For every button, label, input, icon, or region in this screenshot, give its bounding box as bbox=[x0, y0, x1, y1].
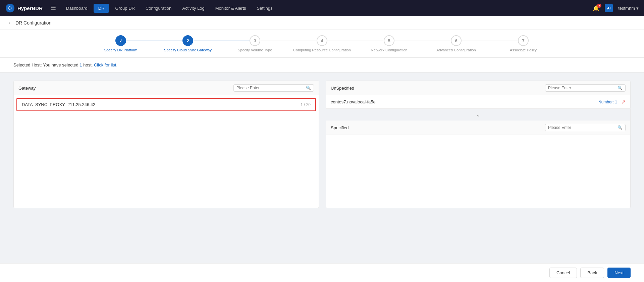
step-3-circle: 3 bbox=[250, 35, 260, 46]
step-6: 6 Advanced Configuration bbox=[423, 35, 490, 52]
step-2-label: Specify Cloud Sync Gateway bbox=[164, 48, 212, 52]
unspecified-panel: UnSpecified 🔍 centos7.novalocal-fa5e Num… bbox=[326, 81, 631, 109]
gateway-name: DATA_SYNC_PROXY_211.25.246.42 bbox=[22, 102, 95, 107]
specified-search-input[interactable] bbox=[548, 125, 615, 130]
navbar: HyperBDR ☰ Dashboard DR Group DR Configu… bbox=[0, 0, 644, 16]
step-4-label: Computing Resource Configuration bbox=[293, 48, 351, 52]
nav-settings[interactable]: Settings bbox=[252, 4, 277, 13]
gateway-search-wrap: 🔍 bbox=[233, 84, 314, 92]
gateway-panel: Gateway 🔍 DATA_SYNC_PROXY_211.25.246.42 … bbox=[13, 81, 319, 208]
unspecified-host-row-0[interactable]: centos7.novalocal-fa5e Number: 1 ↗ bbox=[326, 95, 630, 108]
svg-point-1 bbox=[9, 7, 11, 9]
host-name: centos7.novalocal-fa5e bbox=[331, 99, 376, 104]
chevron-down-icon: ⌄ bbox=[476, 111, 480, 118]
step-5-label: Network Configuration bbox=[371, 48, 408, 52]
host-number: Number: 1 bbox=[598, 100, 617, 104]
assign-arrow-icon[interactable]: ↗ bbox=[621, 99, 626, 105]
step-7: 7 Associate Policy bbox=[490, 35, 557, 52]
cancel-button[interactable]: Cancel bbox=[549, 268, 577, 278]
step-1-circle: ✓ bbox=[115, 35, 126, 46]
specified-panel-empty bbox=[326, 135, 630, 175]
step-1-label: Specify DR Platform bbox=[104, 48, 137, 52]
specified-search-icon: 🔍 bbox=[618, 125, 623, 130]
step-3-label: Specify Volume Type bbox=[238, 48, 272, 52]
back-arrow-icon[interactable]: ← bbox=[8, 20, 13, 26]
specified-panel-title: Specified bbox=[331, 125, 348, 130]
step-4-circle: 4 bbox=[317, 35, 327, 46]
step-6-label: Advanced Configuration bbox=[436, 48, 476, 52]
step-4: 4 Computing Resource Configuration bbox=[288, 35, 356, 52]
user-menu[interactable]: testmhm ▾ bbox=[618, 6, 639, 11]
host-count: 1 bbox=[79, 62, 82, 67]
unspecified-panel-title: UnSpecified bbox=[331, 86, 354, 91]
right-panel: UnSpecified 🔍 centos7.novalocal-fa5e Num… bbox=[326, 81, 631, 208]
nav-activity-log[interactable]: Activity Log bbox=[177, 4, 209, 13]
host-label: Selected Host: bbox=[13, 62, 42, 67]
step-5-circle: 5 bbox=[384, 35, 394, 46]
gateway-panel-title: Gateway bbox=[18, 86, 36, 91]
bell-badge: 7 bbox=[597, 4, 601, 8]
gateway-panel-header: Gateway 🔍 bbox=[14, 81, 319, 95]
breadcrumb: ← DR Configuration bbox=[0, 16, 644, 30]
nav-dashboard[interactable]: Dashboard bbox=[61, 4, 92, 13]
username: testmhm bbox=[618, 6, 635, 11]
step-2: 2 Specify Cloud Sync Gateway bbox=[154, 35, 221, 52]
step-5: 5 Network Configuration bbox=[356, 35, 423, 52]
page-container: ← DR Configuration ✓ Specify DR Platform… bbox=[0, 16, 644, 282]
page-title: DR Configuration bbox=[15, 20, 51, 26]
gateway-row-0[interactable]: DATA_SYNC_PROXY_211.25.246.42 1 / 20 bbox=[16, 98, 316, 111]
stepper-bar: ✓ Specify DR Platform 2 Specify Cloud Sy… bbox=[0, 30, 644, 58]
panel-divider: ⌄ bbox=[326, 109, 631, 121]
avatar: AI bbox=[605, 4, 613, 12]
specified-search-wrap: 🔍 bbox=[545, 124, 626, 131]
brand-name: HyperBDR bbox=[17, 5, 43, 11]
nav-monitor-alerts[interactable]: Monitor & Alerts bbox=[211, 4, 251, 13]
step-2-circle: 2 bbox=[182, 35, 193, 46]
selected-host-bar: Selected Host: You have selected 1 host,… bbox=[0, 58, 644, 73]
gateway-search-icon: 🔍 bbox=[306, 86, 311, 90]
click-for-list-link[interactable]: Click for list. bbox=[94, 62, 117, 67]
brand-logo-icon bbox=[5, 3, 15, 13]
bottom-bar: Cancel Back Next bbox=[0, 263, 644, 282]
host-text2: host, bbox=[82, 62, 93, 67]
step-1: ✓ Specify DR Platform bbox=[87, 35, 154, 52]
host-text: You have selected bbox=[43, 62, 79, 67]
notification-bell[interactable]: 🔔 7 bbox=[593, 5, 599, 11]
gateway-count: 1 / 20 bbox=[301, 102, 311, 107]
unspecified-search-icon: 🔍 bbox=[618, 86, 623, 90]
unspecified-panel-header: UnSpecified 🔍 bbox=[326, 81, 630, 95]
back-button[interactable]: Back bbox=[580, 268, 604, 278]
specified-panel: Specified 🔍 bbox=[326, 121, 631, 208]
nav-items: Dashboard DR Group DR Configuration Acti… bbox=[61, 4, 593, 13]
brand: HyperBDR bbox=[5, 3, 43, 13]
main-content: Gateway 🔍 DATA_SYNC_PROXY_211.25.246.42 … bbox=[0, 73, 644, 216]
nav-configuration[interactable]: Configuration bbox=[141, 4, 176, 13]
dropdown-arrow-icon: ▾ bbox=[636, 6, 639, 11]
step-7-circle: 7 bbox=[518, 35, 529, 46]
unspecified-search-input[interactable] bbox=[548, 86, 615, 90]
nav-right: 🔔 7 AI testmhm ▾ bbox=[593, 4, 639, 12]
nav-dr[interactable]: DR bbox=[94, 4, 109, 13]
step-6-circle: 6 bbox=[451, 35, 462, 46]
unspecified-search-wrap: 🔍 bbox=[545, 84, 626, 92]
hamburger-icon[interactable]: ☰ bbox=[51, 4, 56, 12]
nav-group-dr[interactable]: Group DR bbox=[110, 4, 140, 13]
gateway-search-input[interactable] bbox=[236, 86, 304, 90]
stepper: ✓ Specify DR Platform 2 Specify Cloud Sy… bbox=[87, 35, 557, 52]
next-button[interactable]: Next bbox=[607, 268, 631, 278]
step-3: 3 Specify Volume Type bbox=[221, 35, 288, 52]
specified-panel-header: Specified 🔍 bbox=[326, 121, 630, 135]
step-7-label: Associate Policy bbox=[510, 48, 537, 52]
